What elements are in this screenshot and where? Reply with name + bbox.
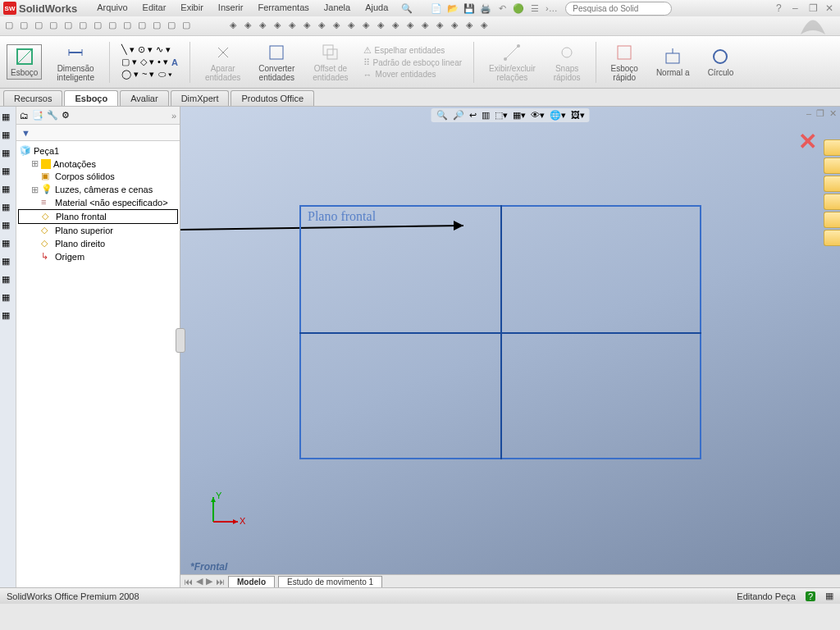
zoom-fit-icon[interactable]: 🔍 bbox=[436, 110, 448, 121]
side-tool-icon[interactable]: ▦ bbox=[2, 238, 15, 251]
search-menu-icon[interactable]: 🔍 bbox=[399, 1, 414, 16]
tool-icon[interactable]: ▢ bbox=[49, 20, 62, 33]
section-view-icon[interactable]: ▥ bbox=[482, 110, 490, 121]
tab-recursos[interactable]: Recursos bbox=[3, 90, 62, 106]
display-style-icon[interactable]: ▦▾ bbox=[513, 110, 526, 121]
side-tool-icon[interactable]: ▦ bbox=[2, 256, 15, 269]
tab-esboco[interactable]: Esboço bbox=[64, 90, 118, 106]
tool-icon[interactable]: ◈ bbox=[392, 20, 405, 33]
tool-icon[interactable]: ▢ bbox=[182, 20, 195, 33]
tool-icon[interactable]: ◈ bbox=[289, 20, 302, 33]
more-icon[interactable]: ›… bbox=[544, 1, 559, 16]
zoom-area-icon[interactable]: 🔎 bbox=[453, 110, 464, 121]
vp-close-icon[interactable]: ✕ bbox=[829, 108, 837, 119]
tree-item-plano-superior[interactable]: ◇ Plano superior bbox=[18, 224, 178, 237]
tab-nav-last-icon[interactable]: ⏭ bbox=[216, 577, 225, 587]
taskpane-library-icon[interactable] bbox=[824, 176, 840, 192]
fm-tab-icon[interactable]: ⚙ bbox=[62, 110, 70, 121]
tool-icon[interactable]: ▢ bbox=[34, 20, 48, 33]
slot-icon[interactable]: ⬭ ▾ bbox=[158, 69, 172, 80]
tree-item-luzes[interactable]: ⊞💡 Luzes, câmeras e cenas bbox=[18, 183, 178, 196]
orientation-triad[interactable]: Y X bbox=[205, 489, 246, 530]
save-icon[interactable]: 💾 bbox=[462, 1, 477, 16]
move-icon[interactable]: ↔ bbox=[363, 70, 372, 80]
tool-icon[interactable]: ◈ bbox=[318, 20, 331, 33]
tool-icon[interactable]: ▢ bbox=[123, 20, 136, 33]
side-tool-icon[interactable]: ▦ bbox=[2, 274, 15, 287]
ribbon-dimensao[interactable]: Dimensão inteligente bbox=[53, 41, 98, 84]
traffic-icon[interactable]: 🟢 bbox=[511, 1, 526, 16]
panel-splitter[interactable] bbox=[176, 328, 185, 353]
new-icon[interactable]: 📄 bbox=[429, 1, 444, 16]
ribbon-exibir-relacoes[interactable]: Exibir/excluir relações bbox=[486, 41, 539, 84]
side-tool-icon[interactable]: ▦ bbox=[2, 166, 15, 179]
side-tool-icon[interactable]: ▦ bbox=[2, 112, 15, 125]
filter-icon[interactable]: ▼ bbox=[21, 128, 30, 138]
vp-minimize-icon[interactable]: – bbox=[806, 108, 811, 119]
options-icon[interactable]: ☰ bbox=[527, 1, 542, 16]
side-tool-icon[interactable]: ▦ bbox=[2, 202, 15, 215]
taskpane-home-icon[interactable] bbox=[824, 139, 840, 156]
menu-ajuda[interactable]: Ajuda bbox=[362, 1, 391, 16]
menu-ferramentas[interactable]: Ferramentas bbox=[254, 1, 312, 16]
status-help-icon[interactable]: ? bbox=[806, 591, 815, 601]
tool-icon[interactable]: ◈ bbox=[466, 20, 479, 33]
tool-icon[interactable]: ▢ bbox=[20, 20, 33, 33]
tree-root[interactable]: 🧊 Peça1 bbox=[18, 144, 178, 158]
ribbon-offset[interactable]: Offset de entidades bbox=[309, 41, 351, 84]
taskpane-resources-icon[interactable] bbox=[824, 158, 840, 174]
text-icon[interactable]: A bbox=[171, 57, 178, 67]
fm-tab-icon[interactable]: 🗂 bbox=[20, 111, 29, 121]
tool-icon[interactable]: ◈ bbox=[451, 20, 464, 33]
menu-janela[interactable]: Janela bbox=[321, 1, 354, 16]
tab-dimxpert[interactable]: DimXpert bbox=[171, 90, 230, 106]
side-tool-icon[interactable]: ▦ bbox=[2, 310, 15, 323]
taskpane-explorer-icon[interactable] bbox=[824, 194, 840, 210]
mirror-icon[interactable]: ⚠ bbox=[363, 45, 372, 56]
menu-editar[interactable]: Editar bbox=[139, 1, 170, 16]
menu-exibir[interactable]: Exibir bbox=[177, 1, 207, 16]
tool-icon[interactable]: ◈ bbox=[244, 20, 258, 33]
tool-icon[interactable]: ◈ bbox=[230, 20, 243, 33]
spline-icon[interactable]: ~ ▾ bbox=[142, 69, 154, 80]
line-icon[interactable]: ╲ ▾ bbox=[121, 44, 135, 55]
tool-icon[interactable]: ◈ bbox=[481, 20, 494, 33]
fm-tab-icon[interactable]: 📑 bbox=[32, 110, 43, 121]
taskpane-appearance-icon[interactable] bbox=[824, 212, 840, 228]
menu-inserir[interactable]: Inserir bbox=[215, 1, 247, 16]
tab-avaliar[interactable]: Avaliar bbox=[120, 90, 168, 106]
ribbon-snaps[interactable]: Snaps rápidos bbox=[550, 41, 584, 84]
tool-icon[interactable]: ◈ bbox=[436, 20, 450, 33]
arc-icon[interactable]: ⊙ ▾ bbox=[138, 44, 153, 55]
tool-icon[interactable]: ◈ bbox=[274, 20, 287, 33]
tool-icon[interactable]: ◈ bbox=[363, 20, 376, 33]
tree-item-corpos[interactable]: ▣ Corpos sólidos bbox=[18, 170, 178, 183]
tool-icon[interactable]: ▢ bbox=[94, 20, 107, 33]
print-icon[interactable]: 🖨️ bbox=[478, 1, 493, 16]
tab-modelo[interactable]: Modelo bbox=[228, 576, 275, 587]
hide-show-icon[interactable]: 👁▾ bbox=[531, 110, 545, 121]
tree-item-origem[interactable]: ↳ Origem bbox=[18, 250, 178, 263]
side-tool-icon[interactable]: ▦ bbox=[2, 220, 15, 233]
status-rebuild-icon[interactable]: ▦ bbox=[825, 591, 833, 601]
tool-icon[interactable]: ◈ bbox=[259, 20, 272, 33]
tree-item-anotacoes[interactable]: ⊞ Anotações bbox=[18, 158, 178, 170]
vp-restore-icon[interactable]: ❐ bbox=[816, 108, 824, 119]
pattern-icon[interactable]: ⠿ bbox=[363, 57, 370, 68]
view-orientation-icon[interactable]: ⬚▾ bbox=[495, 110, 508, 121]
tree-item-plano-frontal[interactable]: ◇ Plano frontal bbox=[18, 209, 178, 224]
tab-nav-prev-icon[interactable]: ◀ bbox=[196, 576, 203, 587]
tab-nav-first-icon[interactable]: ⏮ bbox=[184, 577, 193, 587]
ribbon-circulo[interactable]: Círculo bbox=[704, 45, 737, 79]
point-icon[interactable]: • ▾ bbox=[158, 57, 168, 67]
tool-icon[interactable]: ◈ bbox=[407, 20, 420, 33]
taskpane-custom-icon[interactable] bbox=[824, 230, 840, 246]
search-input[interactable] bbox=[565, 2, 672, 16]
confirmation-cancel-icon[interactable]: ✕ bbox=[798, 128, 817, 155]
tool-icon[interactable]: ◈ bbox=[422, 20, 435, 33]
tool-icon[interactable]: ◈ bbox=[304, 20, 317, 33]
tree-item-plano-direito[interactable]: ◇ Plano direito bbox=[18, 237, 178, 250]
tool-icon[interactable]: ▢ bbox=[138, 20, 151, 33]
tool-icon[interactable]: ▢ bbox=[64, 20, 77, 33]
tool-icon[interactable]: ◈ bbox=[348, 20, 361, 33]
